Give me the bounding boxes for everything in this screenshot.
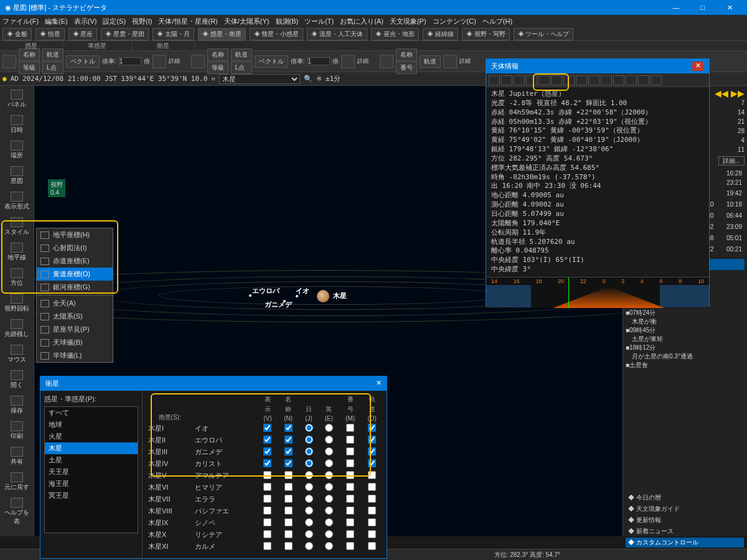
menu-item[interactable]: ファイル(F) (2, 17, 39, 26)
name-checkbox[interactable] (284, 424, 293, 432)
orbit-checkbox[interactable] (368, 530, 376, 538)
menu-item[interactable]: 観測(B) (276, 17, 299, 26)
orbit2-button[interactable]: 軌道 (231, 49, 252, 61)
side-tool-button[interactable]: 元に戻す (2, 471, 31, 493)
menu-item[interactable]: 天文現象(P) (390, 17, 426, 26)
side-tool-button[interactable]: 地平線 (2, 241, 31, 263)
show-checkbox[interactable] (263, 530, 271, 538)
satellite-row[interactable]: 木星IIエウロパ (146, 434, 383, 446)
ephemeris-event[interactable]: 土星が東矩 (626, 335, 745, 343)
menu-item[interactable]: コンテンツ(C) (433, 17, 476, 26)
ribbon-tab[interactable]: ◈ 昼光・地形 (371, 28, 419, 40)
orbit-checkbox[interactable] (368, 483, 376, 491)
number-checkbox[interactable] (346, 530, 354, 538)
name-button[interactable]: 名称 (19, 49, 40, 61)
lang-en-radio[interactable] (325, 436, 333, 444)
detail-dwarf-button[interactable] (341, 55, 355, 68)
detail-button[interactable]: 詳細... (718, 156, 745, 166)
lpoint-button[interactable]: L点 (42, 62, 63, 74)
info-link[interactable]: ◆ 更新情報 (626, 515, 744, 525)
show-checkbox[interactable] (263, 542, 271, 550)
name3-button[interactable]: 名称 (396, 49, 417, 61)
satellite-row[interactable]: 木星Iイオ (146, 422, 383, 434)
name-checkbox[interactable] (284, 530, 293, 538)
jupiter-disc[interactable] (317, 290, 329, 302)
orbit-checkbox[interactable] (368, 424, 376, 432)
side-tool-button[interactable]: 表示形式 (2, 190, 31, 212)
scale-input-1[interactable] (119, 57, 141, 65)
orbit3-button[interactable]: 軌道 (420, 55, 441, 68)
side-tool-button[interactable]: パネル (2, 88, 31, 110)
info-tool-icon[interactable] (638, 75, 649, 85)
side-tool-button[interactable]: 共有 (2, 446, 31, 467)
lang-jp-radio[interactable] (305, 530, 313, 538)
lang-jp-radio[interactable] (305, 483, 313, 491)
ephemeris-event[interactable]: ■土星食 (626, 361, 745, 370)
ribbon-tab[interactable]: ◈ 太陽・月 (153, 28, 194, 40)
object-info-title[interactable]: 天体情報 ✕ (486, 59, 709, 73)
ribbon-tab[interactable]: ◈ 星座 (68, 28, 98, 40)
lang-en-radio[interactable] (325, 424, 333, 432)
side-tool-button[interactable]: ヘルプを表 (2, 497, 31, 527)
maximize-button[interactable]: □ (690, 4, 715, 11)
info-center-icon[interactable] (538, 75, 550, 85)
vector2-button[interactable]: ベクトル (255, 55, 288, 68)
coord-menu-item[interactable]: 全天(A) (37, 297, 113, 310)
menu-item[interactable]: 表示(V) (74, 17, 97, 26)
info-tool-icon[interactable] (489, 75, 500, 85)
info-link[interactable]: ◆ カスタムコントロール (626, 538, 744, 548)
ribbon-tab[interactable]: ◈ 惑星・衛星 (198, 28, 246, 40)
info-tool-icon[interactable] (626, 75, 637, 85)
lang-en-radio[interactable] (325, 459, 333, 467)
object-info-close[interactable]: ✕ (692, 62, 704, 71)
detail-sat-button[interactable] (443, 55, 457, 68)
info-tool-icon[interactable] (613, 75, 624, 85)
location-field[interactable]: 139°44'E 35°39'N 10.0 (121, 75, 207, 83)
side-tool-button[interactable]: 方位 (2, 267, 31, 289)
coord-menu-item[interactable]: 地平座標(H) (37, 228, 113, 241)
lang-jp-radio[interactable] (305, 506, 313, 515)
satellite-row[interactable]: 木星VIヒマリア (146, 482, 383, 493)
lang-en-radio[interactable] (325, 483, 333, 491)
show-checkbox[interactable] (263, 424, 271, 432)
name-checkbox[interactable] (284, 459, 293, 467)
satellite-row[interactable]: 木星VIIIパシファエ (146, 505, 383, 517)
show-checkbox[interactable] (263, 506, 271, 515)
menu-item[interactable]: ツール(T) (304, 17, 334, 26)
side-tool-button[interactable]: 場所 (2, 139, 31, 161)
ribbon-tab[interactable]: ◈ 恒星 (35, 28, 65, 40)
ribbon-tab[interactable]: ◈ 全般 (2, 28, 32, 40)
show-checkbox[interactable] (263, 518, 271, 526)
vector-button[interactable]: ベクトル (66, 55, 100, 68)
detail-planets-button[interactable] (153, 55, 166, 68)
display-dwarf-button[interactable] (191, 55, 205, 68)
search-icon[interactable]: 🔍 (304, 75, 312, 83)
ribbon-tab[interactable]: ◈ 星雲・星団 (101, 28, 149, 40)
name-checkbox[interactable] (284, 436, 293, 444)
name2-button[interactable]: 名称 (207, 49, 228, 61)
ribbon-tab[interactable]: ◈ 経緯線 (423, 28, 458, 40)
planet-list-item[interactable]: 土星 (45, 454, 138, 466)
name-checkbox[interactable] (284, 518, 293, 526)
planet-list-item[interactable]: 地球 (45, 419, 138, 431)
satellite-dialog-close[interactable]: ✕ (376, 379, 382, 388)
coord-menu-item[interactable]: 黄道座標(O) (37, 268, 113, 281)
display-planets-button[interactable] (2, 55, 16, 68)
show-checkbox[interactable] (263, 483, 271, 491)
menu-item[interactable]: 視野(I) (132, 17, 152, 26)
play-icon[interactable]: ● (2, 75, 7, 83)
orbit-checkbox[interactable] (368, 495, 376, 503)
planet-list-item[interactable]: 冥王星 (45, 490, 138, 502)
number-checkbox[interactable] (346, 471, 354, 479)
info-center2-icon[interactable] (551, 75, 562, 85)
info-link[interactable]: ◆ 新着ニュース (626, 526, 744, 536)
coord-menu-item[interactable]: 半球儀(L) (37, 349, 113, 362)
europa-marker[interactable] (249, 294, 251, 297)
satellite-row[interactable]: 木星Vアマルテア (146, 470, 383, 482)
step-field[interactable]: ±1分 (326, 74, 341, 83)
ephemeris-event[interactable]: ■07時24分 (626, 309, 745, 317)
ephemeris-event[interactable]: 木星が衝 (626, 317, 745, 326)
side-tool-button[interactable]: 光跡残し (2, 318, 31, 340)
lang-jp-radio[interactable] (305, 542, 313, 550)
info-tool-icon[interactable] (501, 75, 512, 85)
